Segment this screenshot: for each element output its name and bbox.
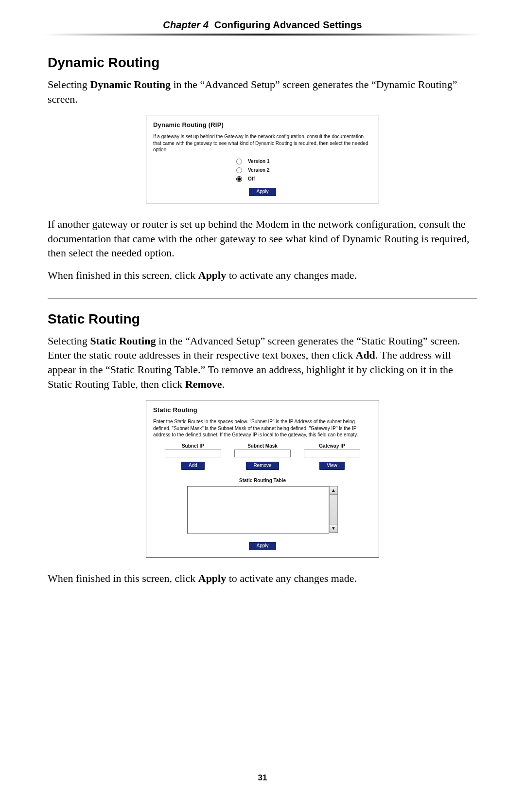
page: Chapter 4 Configuring Advanced Settings …	[0, 0, 525, 812]
panel-dynamic-routing: Dynamic Routing (RIP) If a gateway is se…	[146, 115, 379, 203]
radio-off[interactable]: Off	[209, 175, 316, 183]
view-button[interactable]: View	[319, 462, 345, 470]
panel-description: If a gateway is set up behind the Gatewa…	[153, 133, 372, 153]
add-button[interactable]: Add	[181, 462, 205, 470]
text: Selecting	[48, 335, 90, 347]
text: When finished in this screen, click	[48, 572, 198, 584]
text: .	[222, 378, 225, 390]
text-bold: Static Routing	[90, 335, 156, 347]
static-routing-finish: When finished in this screen, click Appl…	[48, 571, 477, 586]
scrollbar[interactable]: ▲ ▼	[329, 486, 338, 533]
radio-group: Version 1 Version 2 Off	[209, 157, 316, 183]
dynamic-routing-after: If another gateway or router is set up b…	[48, 217, 477, 260]
chapter-number: Chapter 4	[163, 19, 209, 30]
panel-title: Static Routing	[153, 406, 372, 414]
heading-dynamic-routing: Dynamic Routing	[48, 55, 477, 71]
text: to activate any changes made.	[226, 572, 357, 584]
radio-input-version-1[interactable]	[236, 159, 242, 164]
section-divider	[48, 298, 477, 299]
scroll-up-icon[interactable]: ▲	[330, 487, 337, 495]
radio-input-version-2[interactable]	[236, 167, 242, 173]
running-head: Chapter 4 Configuring Advanced Settings	[44, 19, 481, 31]
text: When finished in this screen, click	[48, 269, 198, 281]
radio-version-1[interactable]: Version 1	[209, 157, 316, 166]
dynamic-routing-intro: Selecting Dynamic Routing in the “Advanc…	[48, 77, 477, 106]
radio-version-2[interactable]: Version 2	[209, 166, 316, 175]
apply-button[interactable]: Apply	[249, 542, 276, 550]
column-header: Gateway IP	[298, 443, 366, 449]
text-bold: Apply	[198, 269, 226, 281]
col-subnet-mask: Subnet Mask Remove	[228, 443, 297, 470]
routing-table-listbox[interactable]	[187, 486, 329, 534]
chapter-title: Configuring Advanced Settings	[214, 19, 362, 30]
input-columns: Subnet IP Add Subnet Mask Remove Gateway…	[153, 443, 372, 470]
dynamic-routing-finish: When finished in this screen, click Appl…	[48, 268, 477, 283]
apply-button[interactable]: Apply	[249, 188, 276, 196]
gateway-ip-input[interactable]	[304, 450, 360, 457]
text: to activate any changes made.	[226, 269, 357, 281]
header-rule	[44, 34, 481, 36]
remove-button[interactable]: Remove	[246, 462, 279, 470]
routing-table-caption: Static Routing Table	[153, 478, 372, 483]
text: Selecting	[48, 78, 90, 90]
panel-static-routing: Static Routing Enter the Static Routes i…	[146, 400, 379, 558]
text-bold: Dynamic Routing	[90, 78, 171, 90]
col-subnet-ip: Subnet IP Add	[159, 443, 227, 470]
radio-label: Version 2	[248, 167, 269, 173]
panel-title: Dynamic Routing (RIP)	[153, 121, 372, 128]
radio-label: Off	[248, 176, 255, 181]
page-number: 31	[0, 773, 525, 783]
radio-label: Version 1	[248, 159, 269, 164]
subnet-mask-input[interactable]	[234, 450, 291, 457]
content: Dynamic Routing Selecting Dynamic Routin…	[44, 55, 481, 586]
static-routing-intro: Selecting Static Routing in the “Advance…	[48, 334, 477, 392]
routing-table-wrap: ▲ ▼	[153, 486, 372, 534]
text-bold: Remove	[185, 378, 222, 390]
column-header: Subnet Mask	[228, 443, 297, 449]
heading-static-routing: Static Routing	[48, 311, 477, 327]
col-gateway-ip: Gateway IP View	[298, 443, 366, 470]
scroll-down-icon[interactable]: ▼	[330, 524, 337, 532]
radio-input-off[interactable]	[236, 176, 242, 182]
panel-description: Enter the Static Routes in the spaces be…	[153, 418, 372, 438]
text-bold: Add	[356, 349, 375, 361]
text-bold: Apply	[198, 572, 226, 584]
subnet-ip-input[interactable]	[165, 450, 221, 457]
column-header: Subnet IP	[159, 443, 227, 449]
